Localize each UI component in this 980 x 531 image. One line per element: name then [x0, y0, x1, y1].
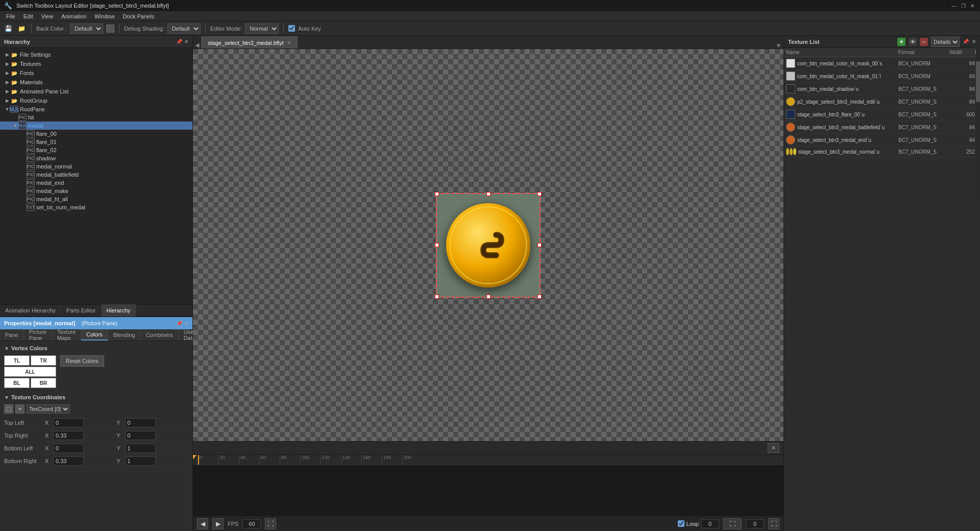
- timeline-close-btn[interactable]: ✕: [768, 443, 779, 453]
- vertex-cell-tr[interactable]: TR: [31, 355, 56, 366]
- canvas-area[interactable]: [193, 49, 783, 441]
- props-tab-colors[interactable]: Colors: [81, 329, 108, 341]
- tex-row-1[interactable]: com_btn_medal_color_hl_mask_01`l BC5_UNO…: [784, 70, 980, 83]
- texture-view-mode-select[interactable]: Details: [931, 37, 960, 47]
- tex-row-4[interactable]: stage_select_btn3_flare_00`u BC7_UNORM_S…: [784, 108, 980, 121]
- tex-row-7[interactable]: stage_select_btn3_medal_normal`u BC7_UNO…: [784, 147, 980, 157]
- texture-delete-btn[interactable]: −: [920, 38, 928, 46]
- timeline-extra-btn[interactable]: ⛶: [265, 518, 276, 529]
- hierarchy-pin-btn[interactable]: 📌: [176, 39, 182, 44]
- tree-item-fonts[interactable]: ▶ 📂 Fonts: [0, 68, 192, 78]
- frame-counter[interactable]: [746, 519, 764, 528]
- tab-animation-hierarchy[interactable]: Animation Hierarchy: [0, 304, 61, 317]
- props-tab-pane[interactable]: Pane: [0, 329, 24, 341]
- back-color-picker-btn[interactable]: [106, 25, 114, 33]
- tex-coords-arrow[interactable]: ▼: [4, 395, 9, 400]
- tree-item-hit[interactable]: PIC hit: [0, 113, 192, 122]
- tab-scroll-left[interactable]: ◀: [193, 42, 201, 49]
- fullscreen-btn[interactable]: ⛶: [768, 518, 779, 529]
- tree-item-flare-02[interactable]: PIC flare_02: [0, 146, 192, 154]
- tree-item-medal[interactable]: ▼ NUL medal: [0, 122, 192, 130]
- close-button[interactable]: ✕: [969, 2, 976, 9]
- tree-item-medal-normal[interactable]: PIC medal_normal: [0, 162, 192, 171]
- editor-mode-select[interactable]: Normal: [245, 23, 279, 34]
- tex-row-6[interactable]: stage_select_btn3_medal_end`u BC7_UNORM_…: [784, 134, 980, 147]
- tree-item-set-txt-num-medal[interactable]: TXT set_txt_num_medal: [0, 203, 192, 211]
- tex-row-0[interactable]: com_btn_medal_color_hl_mask_00`s BC4_UNO…: [784, 57, 980, 70]
- back-color-select[interactable]: Default: [70, 23, 103, 34]
- coord-input-top-right-x[interactable]: [53, 431, 84, 440]
- auto-key-checkbox[interactable]: [288, 25, 295, 32]
- tree-item-root-group[interactable]: ▶ 📂 RootGroup: [0, 96, 192, 105]
- coord-input-bottom-left-x[interactable]: [53, 444, 84, 453]
- props-tab-blending[interactable]: Blending: [108, 329, 141, 341]
- debug-shading-select[interactable]: Default: [167, 23, 201, 34]
- tex-coord-remove-btn[interactable]: □: [4, 404, 13, 414]
- reset-colors-button[interactable]: Reset Colors: [60, 355, 104, 367]
- coord-input-top-left-x[interactable]: [53, 418, 84, 427]
- texture-list-pin-btn[interactable]: 📌: [963, 39, 969, 44]
- vertex-cell-all[interactable]: ALL: [4, 367, 56, 377]
- menu-file[interactable]: File: [2, 11, 19, 21]
- loop-checkbox[interactable]: [678, 520, 684, 527]
- tree-item-medal-hl-all[interactable]: PIC medal_hl_all: [0, 195, 192, 203]
- minimize-button[interactable]: —: [950, 2, 958, 9]
- loop-frame-input[interactable]: [701, 519, 719, 528]
- hierarchy-close-btn[interactable]: ✕: [184, 39, 188, 44]
- texture-add-btn[interactable]: +: [897, 38, 905, 46]
- editor-tab-main[interactable]: stage_select_btn3_medal.bflyt ✕: [201, 36, 298, 49]
- menu-animation[interactable]: Animation: [57, 11, 90, 21]
- menu-edit[interactable]: Edit: [19, 11, 37, 21]
- vertex-cell-br[interactable]: BR: [31, 378, 56, 388]
- tex-row-2[interactable]: com_btn_medal_shadow`u BC7_UNORM_S 84 84…: [784, 83, 980, 95]
- timeline-tracks[interactable]: [193, 465, 783, 516]
- vertex-colors-arrow[interactable]: ▼: [4, 346, 9, 351]
- tex-coord-add-btn[interactable]: +: [15, 404, 24, 414]
- props-tab-picture-pane[interactable]: Picture Pane: [24, 329, 52, 341]
- coord-input-bottom-right-x[interactable]: [53, 456, 84, 466]
- frame-display-btn[interactable]: ⛶: [723, 518, 742, 529]
- vertex-cell-bl[interactable]: BL: [4, 378, 30, 388]
- toolbar-save-btn[interactable]: 💾: [3, 23, 13, 34]
- play-back-btn[interactable]: ◀: [197, 518, 208, 529]
- menu-window[interactable]: Window: [90, 11, 118, 21]
- texture-list-close-btn[interactable]: ✕: [972, 39, 976, 44]
- menu-dock-panels[interactable]: Dock Panels: [118, 11, 158, 21]
- tree-item-medal-end[interactable]: PIC medal_end: [0, 179, 192, 187]
- hierarchy-tree[interactable]: ▶ 📂 File Settings ▶ 📂 Textures ▶ 📂 Fonts: [0, 48, 192, 304]
- tree-item-medal-battlefield[interactable]: PIC medal_battlefield: [0, 171, 192, 179]
- vertex-cell-tl[interactable]: TL: [4, 355, 30, 366]
- coord-input-bottom-left-y[interactable]: [125, 444, 156, 453]
- tex-coord-select[interactable]: TexCoord [0]: [27, 404, 70, 414]
- tree-item-flare-01[interactable]: PIC flare_01: [0, 138, 192, 146]
- tree-item-animated-pane-list[interactable]: ▶ 📂 Animated Pane List: [0, 87, 192, 96]
- props-tab-texture-maps[interactable]: Texture Maps: [52, 329, 81, 341]
- tex-row-5[interactable]: stage_select_btn3_medal_battlefield`u BC…: [784, 121, 980, 134]
- play-forward-btn[interactable]: ▶: [212, 518, 224, 529]
- tree-item-materials[interactable]: ▶ 📂 Materials: [0, 78, 192, 87]
- fps-input[interactable]: [242, 519, 261, 528]
- tree-item-root-pane[interactable]: ▼ NUL RootPane: [0, 105, 192, 113]
- coord-input-bottom-right-y[interactable]: [125, 456, 156, 466]
- coord-input-top-right-y[interactable]: [125, 431, 156, 440]
- props-pin-btn[interactable]: 📌: [176, 321, 182, 326]
- tree-item-file-settings[interactable]: ▶ 📂 File Settings: [0, 50, 192, 59]
- maximize-button[interactable]: ❐: [960, 2, 967, 9]
- tab-parts-editor[interactable]: Parts Editor: [61, 304, 101, 317]
- tab-hierarchy[interactable]: Hierarchy: [102, 304, 136, 317]
- tree-item-textures[interactable]: ▶ 📂 Textures: [0, 59, 192, 68]
- tex-row-3[interactable]: p2_stage_select_btn3_medal_edit`u BC7_UN…: [784, 95, 980, 108]
- props-close-btn[interactable]: ✕: [184, 321, 188, 326]
- props-tab-combiners[interactable]: Combiners: [141, 329, 179, 341]
- tab-dropdown[interactable]: ▼: [774, 42, 783, 49]
- editor-tab-close[interactable]: ✕: [287, 40, 291, 45]
- coord-input-top-left-y[interactable]: [125, 418, 156, 427]
- tree-item-flare-00[interactable]: PIC flare_00: [0, 130, 192, 138]
- icon-root-pane: NUL: [10, 106, 18, 113]
- menu-view[interactable]: View: [37, 11, 58, 21]
- toolbar-open-btn[interactable]: 📁: [16, 23, 27, 34]
- tree-item-medal-make[interactable]: PIC medal_make: [0, 187, 192, 195]
- timeline[interactable]: 0 20 40 60 80 100 120 140 160 180 200: [193, 454, 783, 516]
- tree-item-shadow[interactable]: PIC shadow: [0, 154, 192, 162]
- texture-view-btn[interactable]: 👁: [909, 38, 917, 46]
